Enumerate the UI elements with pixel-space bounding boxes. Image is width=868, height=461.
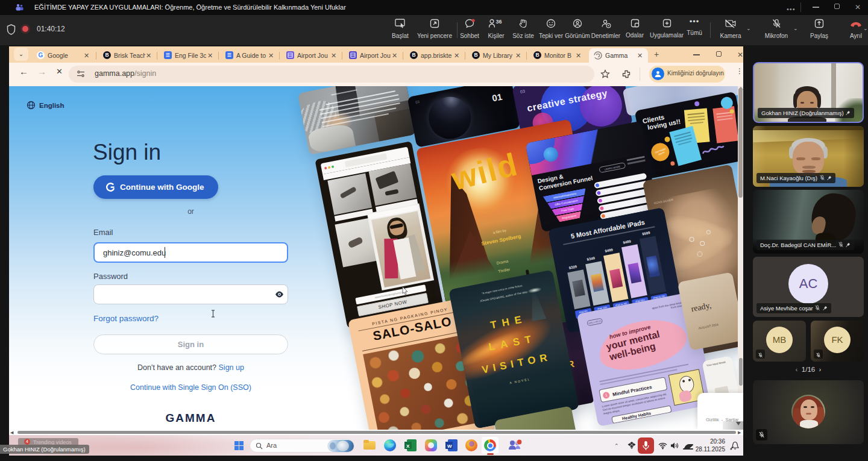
- svg-text:36: 36: [496, 19, 502, 25]
